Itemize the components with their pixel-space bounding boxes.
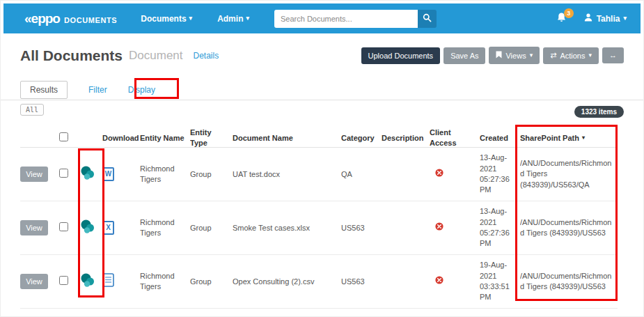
documents-table: Download Entity Name Entity Type Documen…: [20, 129, 618, 309]
column-header-description[interactable]: Description: [382, 133, 430, 144]
column-header-created[interactable]: Created: [480, 133, 520, 144]
sharepoint-path-cell: /ANU/Documents/Richmond Tigers (843939)/…: [520, 271, 618, 293]
expand-button[interactable]: ↔: [602, 47, 624, 63]
created-cell: 13-Aug-2021 05:27:36 PM: [480, 206, 520, 249]
tabs-divider: [1, 100, 643, 100]
toolbar-buttons: Upload Documents Save As Views ▾ ⇄ Actio…: [361, 47, 624, 64]
column-header-entity-type[interactable]: Entity Type: [190, 127, 233, 148]
nav-documents[interactable]: Documents ▾: [141, 14, 192, 24]
column-header-document-name[interactable]: Document Name: [233, 133, 341, 144]
entity-name-cell: Richmond Tigers: [140, 271, 190, 292]
column-header-client-access[interactable]: Client Access: [430, 127, 480, 148]
entity-name-cell: Richmond Tigers: [140, 217, 190, 238]
search-icon: [423, 13, 432, 24]
tab-results[interactable]: Results: [20, 81, 68, 99]
excel-file-icon[interactable]: X: [102, 221, 114, 235]
details-link[interactable]: Details: [194, 51, 219, 61]
main-nav: Documents ▾ Admin ▾: [141, 14, 249, 24]
document-name-cell: Smoke Test cases.xlsx: [233, 223, 341, 233]
client-access-denied-icon: [435, 222, 443, 231]
created-cell: 19-Aug-2021 03:33:51 PM: [480, 260, 520, 303]
expand-arrows-icon: ↔: [609, 52, 617, 59]
csv-file-icon[interactable]: [102, 273, 114, 287]
table-header-row: Download Entity Name Entity Type Documen…: [20, 129, 618, 148]
column-header-entity-name[interactable]: Entity Name: [140, 133, 190, 144]
row-checkbox[interactable]: [59, 169, 68, 178]
logo-mark: «eppo: [24, 11, 60, 26]
views-button[interactable]: Views ▾: [489, 47, 540, 64]
user-name: Tahlia: [597, 14, 620, 24]
nav-admin[interactable]: Admin ▾: [217, 14, 249, 24]
select-all-checkbox[interactable]: [59, 132, 68, 141]
topbar-right: 3 Tahlia ▾: [556, 12, 627, 26]
tab-filter[interactable]: Filter: [88, 85, 107, 95]
word-file-icon[interactable]: W: [102, 167, 114, 181]
sort-desc-icon: ▾: [582, 134, 585, 142]
sharepoint-path-cell: /ANU/Documents/Richmond Tigers (843939)/…: [520, 158, 618, 190]
column-header-category[interactable]: Category: [341, 133, 382, 144]
notifications-bell[interactable]: 3: [556, 12, 567, 26]
caret-down-icon: ▾: [530, 52, 533, 59]
actions-button[interactable]: ⇄ Actions ▾: [543, 47, 599, 64]
caret-down-icon: ▾: [623, 15, 627, 22]
user-menu[interactable]: Tahlia ▾: [583, 13, 627, 24]
client-access-denied-icon: [435, 276, 443, 284]
client-access-denied-icon: [435, 169, 443, 177]
top-navbar: «eppo DOCUMENTS Documents ▾ Admin ▾: [3, 3, 641, 33]
caret-down-icon: ▾: [246, 15, 249, 22]
tab-bar: Results Filter Display: [20, 81, 155, 99]
nav-documents-label: Documents: [141, 14, 186, 24]
sharepoint-icon[interactable]: [80, 273, 95, 288]
column-header-sharepoint-path[interactable]: SharePoint Path ▾: [520, 133, 618, 144]
filter-all-chip[interactable]: All: [20, 104, 44, 116]
page-title: All Documents: [20, 47, 123, 64]
notification-count-badge: 3: [564, 8, 574, 18]
entity-type-cell: Group: [190, 169, 233, 180]
sharepoint-icon[interactable]: [80, 166, 95, 180]
actions-button-label: Actions: [560, 52, 585, 60]
row-checkbox[interactable]: [59, 276, 68, 285]
category-cell: US563: [341, 223, 382, 233]
user-icon: [583, 13, 593, 24]
column-header-download[interactable]: Download: [102, 133, 140, 144]
tab-display[interactable]: Display: [128, 85, 155, 95]
table-row: View X Richmond Tigers Group Smoke Test …: [20, 201, 618, 255]
entity-name-cell: Richmond Tigers: [140, 164, 190, 185]
document-name-cell: UAT test.docx: [233, 169, 341, 180]
page-subtitle: Document: [129, 49, 182, 63]
title-bar: All Documents Document Details Upload Do…: [20, 47, 624, 64]
table-row: View W Richmond Tigers Group UAT test.do…: [20, 148, 618, 201]
nav-admin-label: Admin: [217, 14, 243, 24]
view-button[interactable]: View: [20, 220, 48, 235]
document-name-cell: Opex Consulting (2).csv: [233, 277, 341, 287]
search-input[interactable]: [274, 10, 418, 28]
search-button[interactable]: [418, 10, 437, 28]
caret-down-icon: ▾: [588, 52, 592, 59]
items-count-badge: 1323 items: [574, 106, 624, 118]
caret-down-icon: ▾: [189, 15, 193, 22]
entity-type-cell: Group: [190, 277, 233, 287]
app-logo[interactable]: «eppo DOCUMENTS: [24, 11, 117, 26]
sharepoint-icon[interactable]: [80, 219, 95, 234]
save-as-button[interactable]: Save As: [443, 47, 485, 64]
swap-arrows-icon: ⇄: [550, 52, 556, 59]
logo-text: DOCUMENTS: [64, 16, 117, 24]
view-button[interactable]: View: [20, 167, 48, 182]
search-box: [274, 10, 437, 28]
entity-type-cell: Group: [190, 223, 233, 233]
bookmark-icon: [496, 51, 502, 60]
sharepoint-path-cell: /ANU/Documents/Richmond Tigers (843939)/…: [520, 217, 618, 239]
category-cell: US563: [341, 277, 382, 287]
table-row: View: [20, 255, 618, 309]
category-cell: QA: [341, 169, 382, 180]
page: «eppo DOCUMENTS Documents ▾ Admin ▾: [0, 0, 644, 317]
view-button[interactable]: View: [20, 274, 48, 289]
upload-documents-button[interactable]: Upload Documents: [361, 47, 441, 64]
views-button-label: Views: [505, 52, 526, 60]
created-cell: 13-Aug-2021 05:27:36 PM: [480, 153, 520, 196]
row-checkbox[interactable]: [59, 222, 68, 231]
